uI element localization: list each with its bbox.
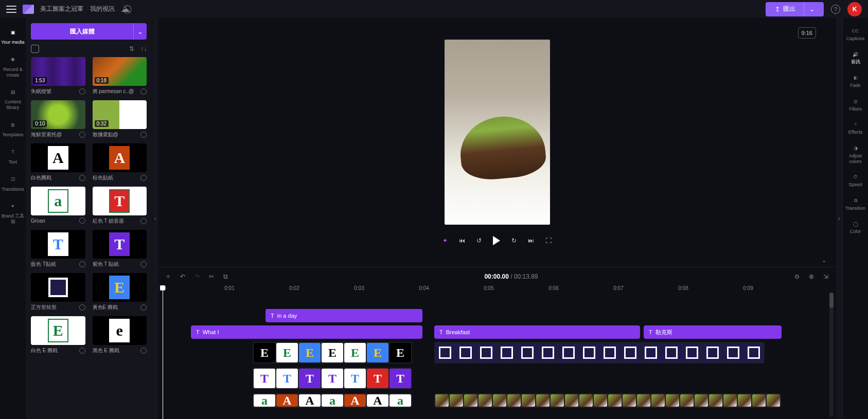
- redo-icon[interactable]: ↷: [194, 273, 200, 280]
- media-thumbnail[interactable]: [31, 273, 85, 302]
- media-thumbnail[interactable]: a: [31, 187, 85, 215]
- media-check-icon[interactable]: [79, 175, 85, 181]
- media-thumbnail[interactable]: T: [93, 230, 147, 259]
- fullscreen-icon[interactable]: ⛶: [545, 237, 552, 244]
- help-icon[interactable]: ?: [831, 5, 840, 14]
- media-check-icon[interactable]: [79, 88, 85, 95]
- collapse-panel-icon[interactable]: ‹: [152, 18, 158, 419]
- clip-strip[interactable]: [434, 342, 765, 363]
- timeline-scrollbar[interactable]: [829, 293, 834, 417]
- clip-strip[interactable]: [434, 393, 781, 408]
- rightrail-captions[interactable]: CCCaptions: [843, 23, 868, 47]
- media-check-icon[interactable]: [79, 348, 85, 354]
- media-check-icon[interactable]: [140, 218, 147, 224]
- media-thumbnail[interactable]: 1:53: [31, 57, 85, 86]
- text-clip[interactable]: Tin a day: [265, 309, 422, 322]
- ai-icon[interactable]: ✧: [166, 273, 171, 280]
- text-clip[interactable]: T勒克斯: [644, 325, 782, 339]
- skip-start-icon[interactable]: ⏮: [459, 237, 465, 244]
- aspect-ratio-badge[interactable]: 9:16: [798, 27, 816, 39]
- text-clip[interactable]: TWhat I: [191, 325, 422, 339]
- media-item[interactable]: A白色圖戳: [31, 143, 85, 181]
- copy-icon[interactable]: ⧉: [223, 273, 228, 280]
- video-tab-label[interactable]: 我的視訊: [90, 5, 115, 12]
- media-check-icon[interactable]: [79, 217, 85, 224]
- cut-icon[interactable]: ✂: [209, 273, 214, 280]
- media-item[interactable]: 0:32散播愛點@: [93, 100, 147, 138]
- media-thumbnail[interactable]: E: [31, 316, 85, 345]
- avatar[interactable]: K: [847, 2, 862, 16]
- rightrail-fade[interactable]: ◐Fade: [843, 70, 868, 94]
- zoom-out-icon[interactable]: ⊖: [794, 273, 800, 280]
- media-check-icon[interactable]: [140, 348, 147, 354]
- media-check-icon[interactable]: [140, 304, 147, 311]
- media-item[interactable]: aGroan: [31, 187, 85, 225]
- media-item[interactable]: E黃色E 圖戳: [93, 273, 147, 311]
- timeline-ruler[interactable]: 00:010:020:030:040:050:060:070:080:09: [163, 285, 836, 295]
- text-clip[interactable]: TBreakfast: [434, 325, 640, 339]
- media-item[interactable]: 正方形矩形: [31, 273, 85, 311]
- forward-icon[interactable]: ↻: [511, 237, 517, 244]
- cloud-sync-icon[interactable]: ☁︎⃠: [121, 4, 129, 14]
- media-item[interactable]: e黑色 E 圖戳: [93, 316, 147, 354]
- toolrail-your-media[interactable]: ▣Your media: [0, 23, 26, 49]
- media-check-icon[interactable]: [140, 261, 147, 267]
- timeline[interactable]: 00:010:020:030:040:050:060:070:080:09 Ti…: [158, 285, 836, 419]
- import-media-button[interactable]: 匯入媒體 ⌄: [31, 23, 147, 40]
- media-item[interactable]: A棕色貼紙: [93, 143, 147, 181]
- rightrail-transition[interactable]: ⧉Transition: [843, 193, 868, 216]
- play-button[interactable]: [493, 236, 500, 245]
- media-item[interactable]: T藍色 T貼紙: [31, 230, 85, 268]
- toolrail-record[interactable]: ◉Record & create: [0, 50, 26, 82]
- media-item[interactable]: 0:10海鮮里索托@: [31, 100, 85, 138]
- hamburger-menu-icon[interactable]: [6, 6, 16, 13]
- playhead[interactable]: [163, 285, 163, 419]
- rightrail-color[interactable]: ◯Color: [843, 216, 868, 240]
- rightrail-filters[interactable]: ◎Filters: [843, 94, 868, 117]
- media-check-icon[interactable]: [79, 304, 85, 311]
- magic-icon[interactable]: ✦: [442, 237, 448, 244]
- filter-icon[interactable]: ⇅: [129, 45, 134, 52]
- skip-end-icon[interactable]: ⏭: [528, 237, 534, 244]
- media-check-icon[interactable]: [140, 88, 147, 95]
- rightrail-audio[interactable]: 🔊音訊: [843, 47, 868, 70]
- toolrail-templates[interactable]: ⊞Templates: [0, 116, 26, 142]
- export-caret-icon[interactable]: ⌄: [804, 2, 820, 16]
- toolrail-text[interactable]: TText: [0, 143, 26, 169]
- media-thumbnail[interactable]: T: [31, 230, 85, 259]
- collapse-right-panel-icon[interactable]: ›: [836, 18, 842, 419]
- media-thumbnail[interactable]: e: [93, 316, 147, 345]
- toolrail-content-library[interactable]: ▤Content library: [0, 83, 26, 115]
- media-check-icon[interactable]: [140, 175, 147, 181]
- clip-strip[interactable]: TTTTTTT: [253, 368, 412, 389]
- sort-icon[interactable]: ↑↓: [140, 45, 147, 52]
- select-all-checkbox[interactable]: [31, 45, 39, 53]
- media-thumbnail[interactable]: 0:32: [93, 100, 147, 129]
- project-name[interactable]: 美工圖案之冠軍: [40, 5, 83, 12]
- media-item[interactable]: T紫色 T 貼紙: [93, 230, 147, 268]
- media-thumbnail[interactable]: A: [31, 143, 85, 172]
- preview-canvas[interactable]: [445, 40, 550, 225]
- rightrail-adjust-colors[interactable]: ◑Adjust colors: [843, 140, 868, 169]
- clip-strip[interactable]: EEEEEEE: [253, 342, 412, 363]
- toolrail-brand-kit[interactable]: ✦Brand 工具箱: [0, 197, 26, 229]
- rightrail-speed[interactable]: ⏱Speed: [843, 169, 868, 193]
- export-button[interactable]: ↥匯出 ⌄: [766, 2, 824, 16]
- expand-toggle-icon[interactable]: ⌄: [822, 257, 826, 264]
- rightrail-effects[interactable]: ✧Effects: [843, 117, 868, 140]
- import-caret-icon[interactable]: ⌄: [133, 23, 147, 40]
- media-thumbnail[interactable]: 0:10: [31, 100, 85, 129]
- rewind-icon[interactable]: ↺: [476, 237, 482, 244]
- clip-strip[interactable]: aAAaAAa: [253, 393, 412, 408]
- media-item[interactable]: 0:18將 parmesan c..@: [93, 57, 147, 95]
- toolrail-transitions[interactable]: ◫Transitions: [0, 170, 26, 196]
- media-thumbnail[interactable]: E: [93, 273, 147, 302]
- media-item[interactable]: 1:53失眠燈號: [31, 57, 85, 95]
- media-thumbnail[interactable]: 0:18: [93, 57, 147, 86]
- media-thumbnail[interactable]: A: [93, 143, 147, 172]
- zoom-in-icon[interactable]: ⊕: [809, 273, 814, 280]
- media-check-icon[interactable]: [79, 132, 85, 138]
- undo-icon[interactable]: ↶: [180, 273, 185, 280]
- media-check-icon[interactable]: [140, 132, 147, 138]
- fit-icon[interactable]: ⇲: [823, 273, 828, 280]
